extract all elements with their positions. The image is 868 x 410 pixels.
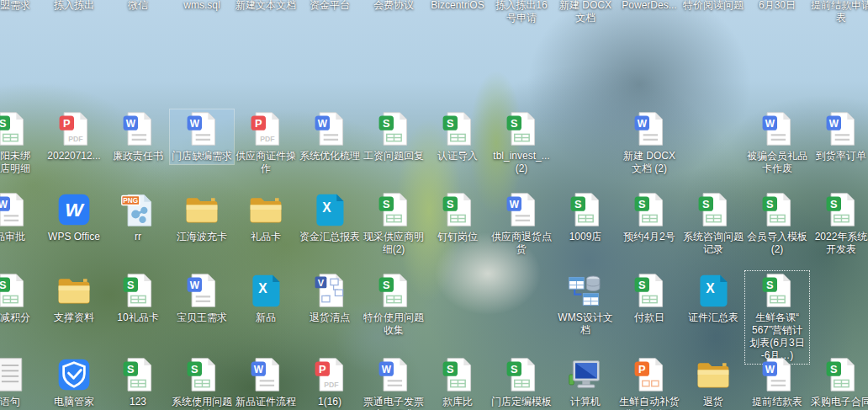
icon-label: 预约4月2号	[617, 231, 681, 243]
desktop-icon-top-2[interactable]: 拣入拣出	[42, 0, 106, 13]
desktop-icon-wps-office[interactable]: WWPS Office	[42, 190, 106, 245]
desktop-icon-shiyong-tongji[interactable]: S系统使用问题 统计	[170, 355, 234, 410]
desktop-icon-xiancai-gys[interactable]: S现采供应商明 细(2)	[362, 190, 426, 258]
desktop-icon-lipinka-10[interactable]: S10礼品卡	[106, 271, 170, 326]
desktop-icon-gongzi-huifu[interactable]: S工资问题回复	[362, 109, 426, 164]
svg-text:W: W	[765, 364, 775, 375]
desktop-icon-gys-zhengjian[interactable]: PPDF供应商证件操 作	[234, 109, 298, 177]
desktop-icon-jisuanji[interactable]: 计算机	[553, 355, 617, 410]
desktop-icon-zijin-huizong[interactable]: X资金汇总报表	[298, 190, 362, 245]
desktop-icon-mendian-quebian[interactable]: W门店缺编需求	[170, 109, 234, 164]
desktop-icon-tejia-shouji[interactable]: S特价使用问题 收集	[362, 271, 426, 338]
desktop-icon-pdf-1-16[interactable]: PPDF1(16)	[298, 355, 362, 410]
desktop-icon-dingding-gangwei[interactable]: S钉钉岗位	[426, 190, 490, 245]
desktop-icon-top-11[interactable]: PowerDes...	[617, 0, 681, 13]
desktop-icon-tiqian-jiekuan[interactable]: W提前结款表	[745, 355, 809, 410]
computer-file-icon	[567, 356, 604, 393]
folder-file-icon	[56, 272, 93, 309]
desktop-icon-top-6[interactable]: 资金平台	[298, 0, 362, 13]
desktop-icon-lipinka[interactable]: 礼品卡	[234, 190, 298, 245]
icon-label: 退货清点	[298, 311, 362, 324]
desktop-icon-top-7[interactable]: 会费协议	[362, 0, 426, 13]
desktop-icon-top-5[interactable]: 新建文本文档	[234, 0, 298, 13]
icon-label: 新建 DOCX 文档 (2)	[617, 150, 681, 175]
sheet-file-icon: S	[375, 272, 412, 309]
sheet-file-icon: S	[439, 110, 476, 147]
icon-label: 新品证件流程	[234, 396, 298, 408]
desktop-icon-caigou-hetong[interactable]: S采购电子合同	[809, 355, 868, 410]
svg-text:X: X	[706, 281, 715, 296]
desktop-icon-xinpin[interactable]: X新品	[234, 271, 298, 326]
desktop-icon-koujian-jifen[interactable]: S扣减积分	[0, 271, 42, 326]
desktop-icon-top-10[interactable]: 新建 DOCX 文档	[553, 0, 617, 26]
desktop-icon-rr-png[interactable]: PNGrr	[106, 190, 170, 245]
desktop-icon-zhengjian-huizong[interactable]: X证件汇总表	[681, 271, 745, 326]
icon-label: 提前结款表	[745, 396, 809, 408]
icon-label: 加盟需求	[0, 0, 42, 12]
desktop-icon-dian-1009[interactable]: S1009店	[553, 190, 617, 245]
desktop-icon-piaotong-fapiao[interactable]: W票通电子发票 产品需求	[362, 355, 426, 410]
icon-label: 供应商证件操 作	[234, 150, 298, 175]
desktop-icon-baobeiwang[interactable]: W宝贝王需求	[170, 271, 234, 326]
svg-text:S: S	[638, 279, 646, 291]
icon-label: 品审批	[0, 231, 42, 243]
desktop-icon-tuihuo[interactable]: 退货	[681, 355, 745, 410]
desktop-icon-lianzheng[interactable]: W廉政责任书	[106, 109, 170, 164]
desktop-icon-top-12[interactable]: 特价阅读问题	[681, 0, 745, 13]
icon-label: 采购电子合同	[809, 396, 868, 408]
desktop-icon-diannao-guanjia[interactable]: 电脑管家	[42, 355, 106, 410]
sheet-file-icon: S	[759, 191, 796, 228]
desktop-icon-gys-tuihuo[interactable]: W供应商退货点 货	[490, 190, 553, 258]
desktop-icon-daohuolv[interactable]: W到货率订单	[809, 109, 868, 164]
icon-label: 被骗会员礼品 卡作废	[745, 150, 809, 175]
desktop-icon-top-8[interactable]: BizcentriOS	[426, 0, 490, 13]
desktop-icon-yuyue-4yue[interactable]: S预约4月2号	[617, 190, 681, 245]
desktop-icon-num-123[interactable]: S123	[106, 355, 170, 410]
desktop-icon-docx-2[interactable]: W新建 DOCX 文档 (2)	[617, 109, 681, 177]
desktop-icon-top-3[interactable]: 微信	[106, 0, 170, 13]
svg-text:W: W	[829, 118, 839, 130]
desktop-icon-huiyuan-moban[interactable]: S会员导入模板 (2)	[745, 190, 809, 258]
doc-file-icon: W	[311, 110, 348, 147]
desktop-icon-beipian-lipinka[interactable]: W被骗会员礼品 卡作废	[745, 109, 809, 177]
desktop-icon-shengxian-gekeplan[interactable]: S生鲜各课“ 567”营销计 划表(6月3日 -6月…)	[745, 271, 809, 364]
icon-label: 提前结款申请 表	[809, 0, 868, 24]
desktop-icon-dingbian-moban[interactable]: S门店定编模板	[490, 355, 553, 410]
desktop-icon-xinpin-zhengjian[interactable]: W新品证件流程	[234, 355, 298, 410]
icon-label: 生鲜各课“ 567”营销计 划表(6月3日 -6月…)	[745, 311, 809, 362]
icon-label: 供应商退货点 货	[490, 231, 553, 256]
desktop-icon-yuju[interactable]: 语句	[0, 355, 42, 410]
desktop-icon-renzheng-daoru[interactable]: S认证导入	[426, 109, 490, 164]
sheet-file-icon: S	[759, 272, 796, 309]
desktop-icon-zhicheng-ziliao[interactable]: 支撑资料	[42, 271, 106, 326]
desktop-icon-top-13[interactable]: 6月30日	[745, 0, 809, 13]
icon-label: 1009店	[553, 231, 617, 243]
desktop-icon-kuankubi[interactable]: S款库比	[426, 355, 490, 410]
desktop-icon-zixun-jilu[interactable]: S系统咨询问题 记录	[681, 190, 745, 258]
sheet-file-icon: S	[375, 110, 412, 147]
sheet-file-icon: S	[567, 191, 604, 228]
png-file-icon: PNG	[119, 191, 156, 228]
desktop-icon-top-9[interactable]: 拣入拣出16 号申请	[490, 0, 553, 26]
desktop-icon-jianghaibo[interactable]: 江海波充卡	[170, 190, 234, 245]
desktop-icon-xitong-youhua[interactable]: W系统优化梳理	[298, 109, 362, 164]
desktop-icon-shengxian-buhuo[interactable]: P生鲜自动补货 货系统使用	[617, 355, 681, 410]
doc-file-icon: W	[183, 272, 220, 309]
svg-text:S: S	[511, 117, 518, 130]
desktop-icon-top-14[interactable]: 提前结款申请 表	[809, 0, 868, 26]
desktop-icon-top-4[interactable]: wms.sql	[170, 0, 234, 13]
desktop-icon-pdf-20220712[interactable]: PPDF20220712...	[42, 109, 106, 164]
desktop-icon-top-1[interactable]: 加盟需求	[0, 0, 42, 13]
sheet-file-icon: S	[0, 272, 29, 309]
desktop-icon-pin-shenpi[interactable]: W品审批	[0, 190, 42, 245]
svg-text:W: W	[510, 199, 520, 210]
desktop-icon-wms-sheji[interactable]: WMS设计文 档	[553, 271, 617, 338]
svg-text:X: X	[258, 281, 267, 296]
desktop-icon-kaifa-2022[interactable]: S2022年系统 开发表	[809, 190, 868, 258]
desktop-icon-tuihuo-qingdian[interactable]: V退货清点	[298, 271, 362, 326]
desktop-icon-guiyang-stores[interactable]: S贵阳未绑 门店明细	[0, 109, 42, 177]
svg-text:W: W	[254, 364, 264, 375]
icon-label: 生鲜自动补货 货系统使用	[617, 396, 681, 410]
desktop-icon-tbl-invest[interactable]: Stbl_invest_... (2)	[490, 109, 553, 177]
desktop-icon-fukuanri[interactable]: S付款日	[617, 271, 681, 326]
